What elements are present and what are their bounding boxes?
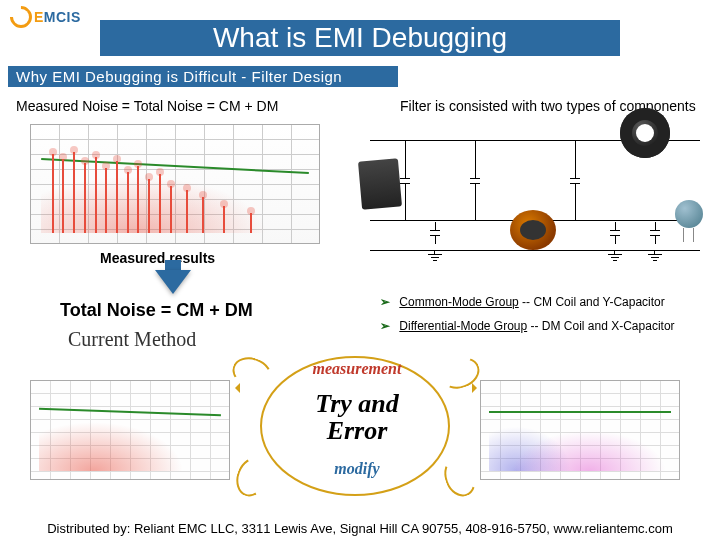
arrow-down-icon xyxy=(155,270,191,294)
footer-distribution: Distributed by: Reliant EMC LLC, 3311 Le… xyxy=(0,521,720,536)
slide-title: What is EMI Debugging xyxy=(100,20,620,56)
dm-choke-photo xyxy=(510,210,556,250)
noise-spectrum xyxy=(41,143,309,233)
bullet-dm: ➢ Differential-Mode Group -- DM Coil and… xyxy=(380,314,675,338)
bullet-cm-title: Common-Mode Group xyxy=(399,295,518,309)
annotation-measurement: measurement xyxy=(262,360,452,378)
bottom-left-plot xyxy=(30,380,230,480)
cm-choke-photo xyxy=(620,108,670,158)
logo-letter-e: E xyxy=(34,9,44,25)
bullet-icon: ➢ xyxy=(380,295,390,309)
annotation-try-and-error: Try and Error xyxy=(262,390,452,445)
measured-noise-plot xyxy=(30,124,320,244)
bottom-right-plot xyxy=(480,380,680,480)
current-method-label: Current Method xyxy=(68,328,196,351)
bullet-cm: ➢ Common-Mode Group -- CM Coil and Y-Cap… xyxy=(380,290,675,314)
x-capacitor-photo xyxy=(358,158,402,209)
bullet-dm-title: Differential-Mode Group xyxy=(399,319,527,333)
total-noise-formula: Total Noise = CM + DM xyxy=(60,300,253,321)
arrowhead-icon xyxy=(472,383,482,393)
logo-text: EMCIS xyxy=(34,9,81,25)
emi-filter-schematic xyxy=(370,120,700,270)
brand-logo: EMCIS xyxy=(10,6,81,28)
bullet-dm-desc: -- DM Coil and X-Capacitor xyxy=(527,319,674,333)
bullet-cm-desc: -- CM Coil and Y-Capacitor xyxy=(519,295,665,309)
logo-swirl-icon xyxy=(5,1,36,32)
logo-letters-rest: MCIS xyxy=(44,9,81,25)
bullet-icon: ➢ xyxy=(380,319,390,333)
slide-subtitle: Why EMI Debugging is Difficult - Filter … xyxy=(8,66,398,87)
annotation-modify: modify xyxy=(262,460,452,478)
left-caption: Measured Noise = Total Noise = CM + DM xyxy=(16,98,278,114)
filter-group-bullets: ➢ Common-Mode Group -- CM Coil and Y-Cap… xyxy=(380,290,675,338)
measured-results-label: Measured results xyxy=(100,250,215,266)
y-capacitor-photo xyxy=(675,200,703,228)
arrowhead-icon xyxy=(230,383,240,393)
